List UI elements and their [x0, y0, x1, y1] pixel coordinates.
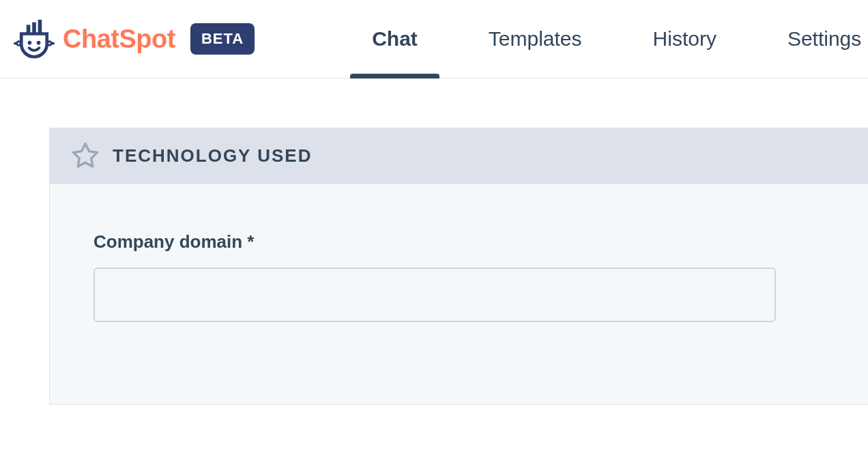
nav-tab-label: Templates: [489, 27, 582, 51]
technology-used-card: TECHNOLOGY USED Company domain *: [49, 128, 868, 405]
beta-badge: BETA: [190, 23, 255, 55]
company-domain-input[interactable]: [93, 268, 776, 322]
card-body: Company domain *: [50, 184, 868, 404]
nav-tab-label: Settings: [787, 27, 861, 51]
svg-point-7: [28, 41, 32, 45]
logo-wordmark: ChatSpot: [63, 25, 175, 54]
nav-tab-settings[interactable]: Settings: [752, 0, 868, 78]
nav-tab-label: Chat: [372, 27, 418, 51]
logo-block: ChatSpot BETA: [14, 18, 255, 59]
svg-rect-5: [32, 23, 36, 34]
nav-tabs: Chat Templates History Settings: [336, 0, 868, 78]
star-icon[interactable]: [70, 141, 100, 171]
svg-point-8: [37, 41, 41, 45]
nav-tab-label: History: [653, 27, 717, 51]
company-domain-label: Company domain *: [93, 231, 824, 253]
nav-tab-history[interactable]: History: [618, 0, 752, 78]
chatspot-logo-icon: [14, 18, 55, 59]
nav-tab-templates[interactable]: Templates: [453, 0, 618, 78]
card-title: TECHNOLOGY USED: [113, 145, 312, 167]
svg-rect-6: [38, 20, 42, 34]
card-header: TECHNOLOGY USED: [50, 128, 868, 184]
navbar: ChatSpot BETA Chat Templates History Set…: [0, 0, 868, 78]
main-content: TECHNOLOGY USED Company domain *: [0, 78, 868, 405]
nav-tab-chat[interactable]: Chat: [336, 0, 453, 78]
